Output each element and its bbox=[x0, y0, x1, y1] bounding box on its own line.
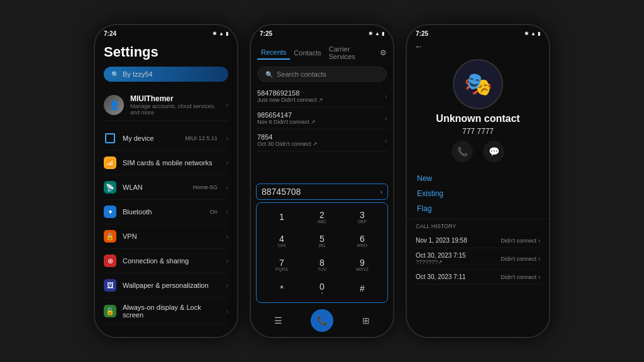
dialer-search-bar[interactable]: 🔍 Search contacts bbox=[257, 67, 387, 82]
contact-content: ← 🎭 Unknown contact 777 7777 📞 💬 New Ex bbox=[407, 39, 549, 337]
battery-icon: ▮ bbox=[226, 31, 228, 36]
call-history-title: Call history bbox=[416, 223, 540, 229]
settings-search-bar[interactable]: 🔍 By Izzy54 bbox=[104, 67, 228, 82]
status-bar-2: 7:25 ✱ ▲ ▮ bbox=[251, 25, 393, 39]
contact-actions: New Existing Flag bbox=[407, 168, 549, 219]
action-existing[interactable]: Existing bbox=[417, 186, 539, 201]
keypad-row-4: * 0+ # bbox=[262, 277, 382, 300]
key-letters-3: DEF bbox=[358, 219, 367, 224]
message-action-btn[interactable]: 💬 bbox=[483, 141, 504, 162]
key-digit-hash: # bbox=[360, 284, 365, 293]
key-4[interactable]: 4GHI bbox=[266, 229, 297, 252]
settings-item-vpn[interactable]: 🔒 VPN › bbox=[104, 224, 228, 249]
settings-item-wlan[interactable]: 📡 WLAN Home-5G › bbox=[104, 175, 228, 200]
key-star[interactable]: * bbox=[266, 277, 297, 300]
key-letters-8: TUV bbox=[318, 267, 326, 272]
key-1[interactable]: 1 bbox=[266, 206, 297, 228]
settings-item-bluetooth[interactable]: ✦ Bluetooth On › bbox=[104, 200, 228, 224]
call-status-text-1: Didn't connect bbox=[501, 238, 536, 244]
settings-item-connection[interactable]: ⊕ Connection & sharing › bbox=[104, 249, 228, 273]
tab-carrier[interactable]: Carrier Services bbox=[325, 43, 380, 63]
call-history-section: Call history Nov 1, 2023 19:58 Didn't co… bbox=[407, 219, 549, 337]
wifi-icon-3: ▲ bbox=[531, 31, 536, 36]
dialer-settings-icon[interactable]: ⚙ bbox=[380, 48, 387, 57]
battery-icon-2: ▮ bbox=[382, 31, 384, 36]
recent-item-1[interactable]: 58478692158 Just now Didn't connect ↗ › bbox=[256, 85, 388, 107]
settings-item-always-on[interactable]: 🔓 Always-on display & Lock screen › bbox=[104, 298, 228, 325]
recent-number-2: 985654147 bbox=[257, 111, 316, 119]
always-on-icon: 🔓 bbox=[104, 305, 116, 317]
key-digit-0: 0 bbox=[319, 282, 325, 291]
call-date-3: Oct 30, 2023 7:11 bbox=[416, 273, 466, 280]
dialer-bottom: ☰ 📞 ⊞ bbox=[251, 305, 393, 337]
call-history-item-3[interactable]: Oct 30, 2023 7:11 Didn't connect › bbox=[416, 270, 540, 285]
settings-item-wallpaper[interactable]: 🖼 Wallpaper & personalization › bbox=[104, 273, 228, 298]
phone-settings: 7:24 ✱ ▲ ▮ Settings 🔍 By Izzy54 👤 MIUITh… bbox=[94, 24, 238, 338]
recent-item-2[interactable]: 985654147 Nov 6 Didn't connect ↗ › bbox=[256, 107, 388, 129]
tab-contacts[interactable]: Contacts bbox=[290, 47, 325, 59]
contact-header: ← bbox=[407, 39, 549, 54]
speed-dial-icon: ⊞ bbox=[362, 315, 370, 326]
status-bar-1: 7:24 ✱ ▲ ▮ bbox=[95, 25, 237, 39]
search-icon: 🔍 bbox=[111, 71, 119, 78]
keypad-row-3: 7PQRS 8TUV 9WXYZ bbox=[262, 253, 382, 276]
key-7[interactable]: 7PQRS bbox=[266, 253, 297, 276]
recent-detail-2: Nov 6 Didn't connect ↗ bbox=[257, 119, 316, 125]
key-digit-4: 4 bbox=[279, 234, 284, 243]
call-action-btn[interactable]: 📞 bbox=[452, 141, 473, 162]
call-history-item-1[interactable]: Nov 1, 2023 19:58 Didn't connect › bbox=[416, 233, 540, 248]
key-8[interactable]: 8TUV bbox=[306, 253, 338, 276]
key-2[interactable]: 2ABC bbox=[306, 206, 338, 228]
keypad-row-1: 1 2ABC 3DEF bbox=[262, 206, 382, 228]
call-icon: 📞 bbox=[317, 315, 328, 326]
account-name: MIUIThemer bbox=[130, 94, 220, 103]
key-3[interactable]: 3DEF bbox=[347, 206, 378, 228]
action-new[interactable]: New bbox=[417, 171, 539, 186]
call-history-item-2[interactable]: Oct 30, 2023 7:15 ???????↗ Didn't connec… bbox=[416, 248, 540, 270]
keypad-row-2: 4GHI 5JKL 6MNO bbox=[262, 229, 382, 252]
device-icon bbox=[104, 132, 116, 145]
key-digit-star: * bbox=[280, 284, 283, 293]
settings-item-sim[interactable]: 📶 SIM cards & mobile networks › bbox=[104, 151, 228, 175]
keypad: 1 2ABC 3DEF 4GHI 5JKL 6MNO 7PQRS 8TUV 9W… bbox=[256, 202, 388, 303]
action-flag[interactable]: Flag bbox=[417, 201, 539, 216]
battery-icon-3: ▮ bbox=[538, 31, 540, 36]
key-9[interactable]: 9WXYZ bbox=[347, 253, 378, 276]
settings-item-my-device[interactable]: My device MIUI 12.5.11 › bbox=[104, 126, 228, 151]
wlan-icon: 📡 bbox=[104, 181, 116, 194]
recent-arrow-2: › bbox=[385, 115, 387, 122]
key-5[interactable]: 5JKL bbox=[306, 229, 338, 252]
chevron-icon: › bbox=[226, 209, 228, 216]
item-value-bluetooth: On bbox=[210, 209, 218, 215]
speed-dial-btn[interactable]: ⊞ bbox=[355, 309, 377, 332]
contacts-btn[interactable]: ☰ bbox=[267, 309, 289, 332]
recent-detail-3: Oct 30 Didn't connect ↗ bbox=[257, 141, 318, 147]
key-digit-9: 9 bbox=[360, 258, 365, 267]
tab-recents[interactable]: Recents bbox=[257, 46, 290, 60]
account-item[interactable]: 👤 MIUIThemer Manage accounts, cloud serv… bbox=[104, 89, 228, 121]
recent-number-3: 7854 bbox=[257, 133, 318, 141]
settings-content: Settings 🔍 By Izzy54 👤 MIUIThemer Manage… bbox=[95, 39, 237, 337]
item-label-bluetooth: Bluetooth bbox=[123, 208, 204, 216]
call-date-1: Nov 1, 2023 19:58 bbox=[416, 237, 467, 244]
call-info-3: Oct 30, 2023 7:11 bbox=[416, 273, 466, 280]
key-hash[interactable]: # bbox=[347, 277, 378, 300]
back-button[interactable]: ← bbox=[414, 41, 423, 52]
dial-input-row[interactable]: 88745708 › bbox=[256, 184, 388, 200]
dialer-tabs: Recents Contacts Carrier Services ⚙ bbox=[251, 39, 393, 63]
key-0[interactable]: 0+ bbox=[306, 277, 338, 300]
key-6[interactable]: 6MNO bbox=[347, 229, 378, 252]
wallpaper-icon: 🖼 bbox=[104, 279, 116, 292]
chevron-icon: › bbox=[226, 308, 228, 315]
search-placeholder: Search contacts bbox=[277, 70, 326, 78]
item-label-connection: Connection & sharing bbox=[123, 257, 220, 265]
call-button[interactable]: 📞 bbox=[311, 309, 333, 332]
status-time-3: 7:25 bbox=[416, 30, 428, 37]
key-letters-0: + bbox=[321, 291, 323, 295]
avatar: 👤 bbox=[104, 95, 124, 115]
call-info-2: Oct 30, 2023 7:15 ???????↗ bbox=[416, 252, 466, 265]
recent-item-3[interactable]: 7854 Oct 30 Didn't connect ↗ › bbox=[256, 129, 388, 151]
chevron-icon: › bbox=[226, 282, 228, 289]
recent-arrow-1: › bbox=[385, 93, 387, 100]
vpn-icon: 🔒 bbox=[104, 230, 116, 243]
